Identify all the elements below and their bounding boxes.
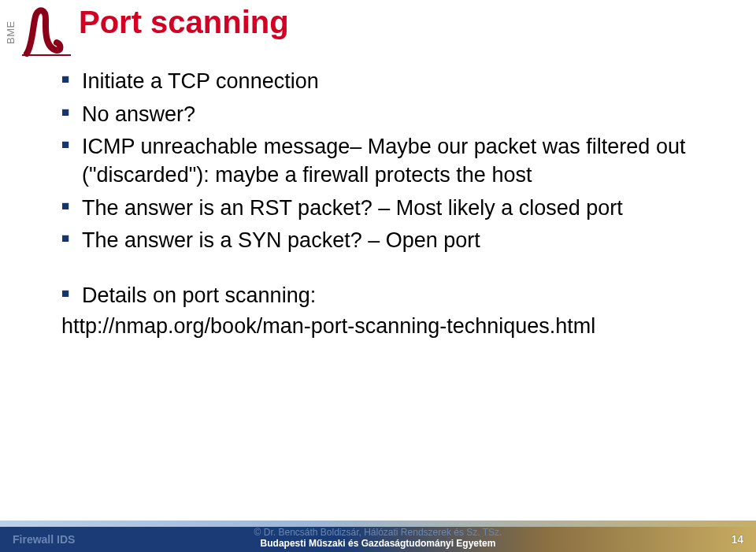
link-text: http://nmap.org/book/man-port-scanning-t… <box>61 314 691 339</box>
footer-band-light <box>0 521 756 527</box>
bullet-item: ICMP unreachable message– Maybe our pack… <box>61 133 691 189</box>
bullet-item: Initiate a TCP connection <box>61 68 691 96</box>
bme-text: BME <box>5 20 17 44</box>
footer-center: © Dr. Bencsáth Boldizsár, Hálózati Rends… <box>0 527 756 549</box>
footer: Firewall IDS © Dr. Bencsáth Boldizsár, H… <box>0 521 756 552</box>
bullet-text: Details on port scanning: <box>82 283 316 307</box>
page-number: 14 <box>731 533 743 546</box>
bullet-item: The answer is a SYN packet? – Open port <box>61 227 691 255</box>
bullet-text: ICMP unreachable message– Maybe our pack… <box>82 135 685 187</box>
bullet-item: No answer? <box>61 101 691 129</box>
footer-copyright: © Dr. Bencsáth Boldizsár, Hálózati Rends… <box>0 527 756 538</box>
h-logo-icon <box>22 5 71 60</box>
bullet-text: No answer? <box>82 102 195 126</box>
logo: BME <box>0 5 76 61</box>
footer-university: Budapesti Műszaki és Gazdaságtudományi E… <box>0 538 756 549</box>
content-area: Initiate a TCP connection No answer? ICM… <box>61 68 691 339</box>
bullet-text: The answer is a SYN packet? – Open port <box>82 228 480 252</box>
bullet-item: The answer is an RST packet? – Most like… <box>61 194 691 223</box>
slide-title: Port scanning <box>79 5 289 40</box>
bullet-text: Initiate a TCP connection <box>82 69 319 93</box>
bullet-text: The answer is an RST packet? – Most like… <box>82 196 623 220</box>
bullet-item: Details on port scanning: <box>61 282 691 310</box>
slide: BME Port scanning Initiate a TCP connect… <box>0 0 756 552</box>
